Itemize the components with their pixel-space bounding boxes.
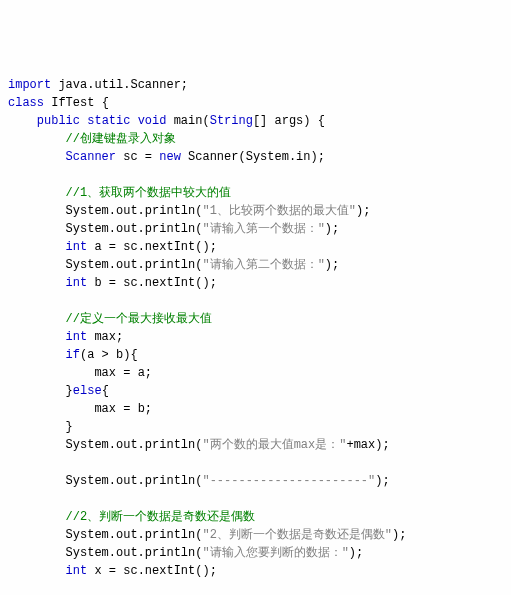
- pkg-path: java.util.Scanner: [58, 78, 180, 92]
- string-literal: "请输入第二个数据：": [202, 258, 324, 272]
- method-main: main: [174, 114, 203, 128]
- comment: //定义一个最大接收最大值: [66, 312, 212, 326]
- code-block: import java.util.Scanner; class IfTest {…: [8, 76, 503, 595]
- string-literal: "两个数的最大值max是：": [202, 438, 346, 452]
- comment: //2、判断一个数据是奇数还是偶数: [66, 510, 256, 524]
- kw-class: class: [8, 96, 44, 110]
- string-literal: "2、判断一个数据是奇数还是偶数": [202, 528, 392, 542]
- string-literal: "请输入您要判断的数据：": [202, 546, 348, 560]
- kw-import: import: [8, 78, 51, 92]
- string-literal: "请输入第一个数据：": [202, 222, 324, 236]
- string-literal: "----------------------": [202, 474, 375, 488]
- comment: //创建键盘录入对象: [66, 132, 176, 146]
- comment: //1、获取两个数据中较大的值: [66, 186, 232, 200]
- string-literal: "1、比较两个数据的最大值": [202, 204, 356, 218]
- class-name: IfTest: [51, 96, 94, 110]
